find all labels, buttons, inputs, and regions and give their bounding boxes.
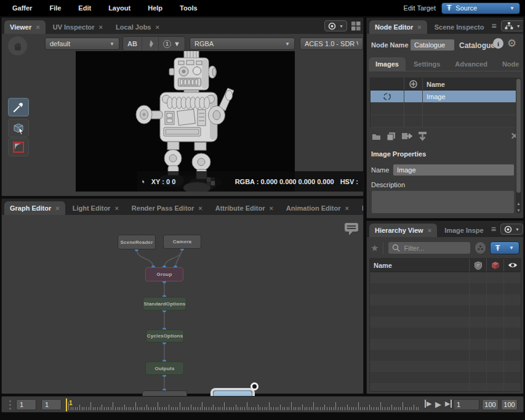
play-button[interactable]: ▶ [435, 400, 441, 409]
subtab-node[interactable]: Node [495, 57, 525, 71]
edit-target-dropdown[interactable]: Ŧ Source ▼ [441, 2, 520, 14]
duplicate-icon[interactable] [387, 132, 396, 141]
close-tab-icon[interactable]: × [99, 23, 103, 31]
hierarchy-empty-row[interactable] [370, 272, 521, 283]
subtab-settings[interactable]: Settings [407, 57, 447, 71]
info-icon[interactable]: i [493, 38, 503, 49]
close-tab-icon[interactable]: × [198, 204, 202, 212]
channel-dropdown[interactable]: RGBA ▼ [190, 38, 295, 50]
menu-help[interactable]: Help [140, 2, 170, 14]
exclude-cube-icon[interactable] [491, 261, 500, 270]
hierarchy-empty-row[interactable] [370, 294, 521, 305]
menu-tools[interactable]: Tools [172, 2, 205, 14]
graph-tab-graph-editor[interactable]: Graph Editor× [4, 201, 65, 215]
image-table-empty-row[interactable] [371, 115, 516, 127]
node-editor-mode-button[interactable]: ▼ [501, 20, 523, 31]
timeline-current-frame-input[interactable] [41, 399, 62, 410]
filter-input[interactable] [404, 244, 465, 252]
viewer-camera-menu-button[interactable]: ▼ [324, 20, 347, 31]
display-transform-dropdown[interactable]: ACES 1.0 - SDR Vide [300, 38, 363, 50]
timeline-ruler[interactable] [68, 397, 422, 412]
view-selector-dropdown[interactable]: default ▼ [45, 38, 119, 50]
hierarchy-empty-row[interactable] [370, 339, 521, 350]
image-name-input[interactable] [393, 164, 515, 176]
graph-node-standardoptions[interactable]: StandardOptions [143, 297, 186, 310]
graph-tab-render-pass-editor[interactable]: Render Pass Editor× [126, 201, 208, 215]
range-end-button[interactable]: 100 [482, 399, 499, 410]
menu-layout[interactable]: Layout [101, 2, 138, 14]
hierarchy-scene-menu-button[interactable]: ▼ [500, 224, 523, 235]
node-name-input[interactable] [410, 39, 455, 51]
close-tab-icon[interactable]: × [269, 204, 273, 212]
tab-menu-icon[interactable]: ≡ [491, 226, 496, 232]
graph-tab-light-editor[interactable]: Light Editor× [67, 201, 124, 215]
hierarchy-empty-row[interactable] [370, 350, 521, 361]
close-tab-icon[interactable]: × [55, 204, 59, 212]
close-tab-icon[interactable]: × [417, 23, 421, 31]
description-textarea[interactable] [371, 190, 515, 214]
graph-tab-animation-editor[interactable]: Animation Editor× [281, 201, 355, 215]
hierarchy-empty-row[interactable] [370, 361, 521, 372]
viewer-tab-viewer[interactable]: Viewer× [4, 20, 46, 34]
node-editor-scrollbar[interactable]: ▲ ▼ [516, 78, 521, 213]
filter-searchbox[interactable] [388, 241, 470, 254]
image-table-empty-row[interactable] [371, 103, 516, 115]
graph-node-outputs[interactable]: Outputs [145, 361, 184, 375]
image-table-row[interactable]: Image [371, 91, 516, 103]
hierarchy-empty-row[interactable] [370, 372, 521, 383]
viewport-3d[interactable] [76, 51, 295, 192]
hierarchy-empty-row[interactable] [370, 317, 521, 328]
search-scope-icon[interactable] [475, 242, 486, 254]
wipe-tool-button[interactable] [142, 37, 159, 50]
menu-file[interactable]: File [42, 2, 68, 14]
ab-compare-button[interactable]: AB [123, 37, 142, 50]
subtab-images[interactable]: Images [369, 57, 406, 71]
node-editor-tab-node-editor[interactable]: Node Editor× [369, 20, 427, 34]
close-tab-icon[interactable]: × [345, 204, 348, 212]
viewer-tab-uv-inspector[interactable]: UV Inspector× [47, 20, 108, 34]
edit-scope-dropdown[interactable]: Ŧ ▼ [490, 241, 519, 254]
viewer-tab-local-jobs[interactable]: Local Jobs× [110, 20, 165, 34]
frame-number-input[interactable] [453, 399, 479, 410]
compare-image-dropdown[interactable]: 1 ▼ [159, 37, 185, 50]
timeline-start-frame-input[interactable] [16, 399, 36, 410]
close-tab-icon[interactable]: × [428, 227, 431, 234]
close-tab-icon[interactable]: × [114, 204, 118, 212]
graph-node-scenereader[interactable]: SceneReader [118, 235, 156, 249]
menu-gaffer[interactable]: Gaffer [5, 2, 39, 14]
extract-icon[interactable] [418, 131, 427, 141]
scroll-down-icon[interactable]: ▼ [516, 208, 521, 212]
export-icon[interactable] [401, 132, 412, 140]
graph-node-camera[interactable]: Camera [163, 235, 201, 249]
tab-menu-icon[interactable]: ≡ [491, 23, 496, 29]
skip-to-start-button[interactable]: ▶ [425, 400, 431, 408]
pan-hand-button[interactable] [8, 36, 27, 55]
graph-tab-attribute-editor[interactable]: Attribute Editor× [210, 201, 279, 215]
subtab-advanced[interactable]: Advanced [448, 57, 494, 71]
skip-to-end-button[interactable]: ▶ [445, 400, 452, 408]
gear-icon[interactable]: ⚙ [507, 37, 516, 50]
graph-tab-prim[interactable]: Prim [356, 201, 363, 215]
color-sampler-tool-button[interactable] [8, 98, 29, 116]
scroll-up-icon[interactable]: ▲ [516, 201, 521, 206]
new-image-icon[interactable] [372, 132, 381, 140]
graph-canvas[interactable]: SceneReaderCameraGroupStandardOptionsCyc… [2, 215, 363, 394]
annotation-note-icon[interactable] [344, 222, 359, 236]
graph-node-group[interactable]: Group [145, 267, 183, 281]
hierarchy-tab-image-inspe[interactable]: Image Inspe [439, 224, 489, 237]
graph-node-cyclesoptions[interactable]: CyclesOptions [146, 329, 184, 342]
hierarchy-empty-row[interactable] [370, 383, 521, 392]
menu-edit[interactable]: Edit [71, 2, 98, 14]
close-tab-icon[interactable]: × [155, 23, 159, 31]
crop-window-tool-button[interactable] [8, 138, 29, 156]
timeline-grip[interactable] [9, 400, 11, 410]
hierarchy-empty-row[interactable] [370, 305, 521, 317]
close-tab-icon[interactable]: × [36, 23, 39, 31]
set-membership-icon[interactable] [474, 261, 483, 270]
playhead[interactable] [66, 398, 67, 411]
hierarchy-empty-row[interactable] [370, 328, 521, 339]
hierarchy-empty-row[interactable] [370, 283, 521, 294]
bookmark-star-icon[interactable]: ★ [371, 243, 379, 254]
scrollbar-thumb[interactable] [516, 79, 521, 193]
object-select-tool-button[interactable] [8, 119, 29, 137]
